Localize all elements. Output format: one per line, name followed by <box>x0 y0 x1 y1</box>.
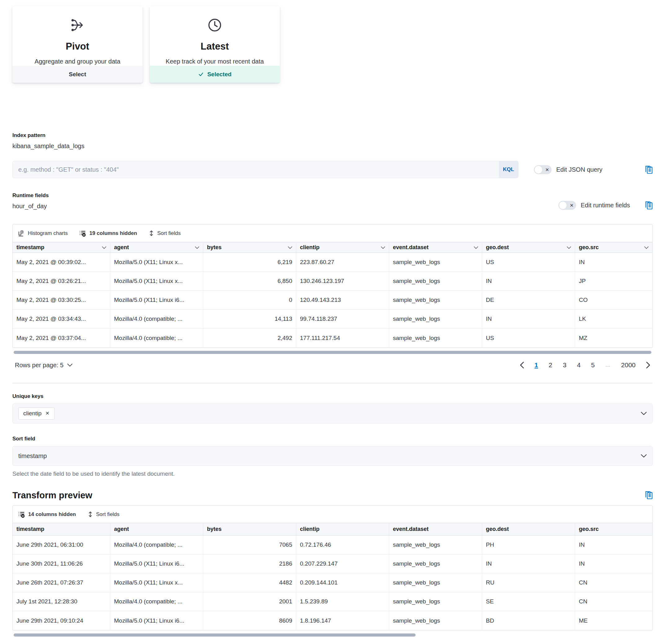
table-cell[interactable]: IN <box>575 554 652 573</box>
table-cell[interactable]: May 2, 2021 @ 03:26:21... <box>13 272 110 290</box>
column-header-clientip[interactable]: clientip <box>296 523 389 535</box>
column-header-geo.dest[interactable]: geo.dest <box>482 523 575 535</box>
table-cell[interactable]: CN <box>575 592 652 611</box>
table-cell[interactable]: 6,219 <box>203 253 296 271</box>
table-cell[interactable]: 120.49.143.213 <box>296 291 389 309</box>
table-cell[interactable]: IN <box>482 309 575 328</box>
histogram-charts-button[interactable]: Histogram charts <box>18 230 68 236</box>
table-cell[interactable]: IN <box>575 535 652 554</box>
table-cell[interactable]: May 2, 2021 @ 00:39:02... <box>13 253 110 271</box>
columns-hidden-button[interactable]: 19 columns hidden <box>79 230 137 237</box>
copy-runtime-fields-button[interactable] <box>645 201 652 210</box>
sort-fields-button[interactable]: Sort fields <box>88 511 120 517</box>
table-cell[interactable]: US <box>482 328 575 347</box>
table-cell[interactable]: Mozilla/4.0 (compatible; ... <box>110 309 203 328</box>
table-cell[interactable]: 223.87.60.27 <box>296 253 389 271</box>
table-cell[interactable]: May 2, 2021 @ 03:37:04... <box>13 328 110 347</box>
table-cell[interactable]: 99.74.118.237 <box>296 309 389 328</box>
table-cell[interactable]: sample_web_logs <box>389 328 482 347</box>
table-cell[interactable]: May 2, 2021 @ 03:34:43... <box>13 309 110 328</box>
edit-json-query-switch[interactable]: ✕ <box>534 165 552 174</box>
table-cell[interactable]: Mozilla/5.0 (X11; Linux x... <box>110 253 203 271</box>
column-header-agent[interactable]: agent <box>110 242 203 252</box>
table-cell[interactable]: sample_web_logs <box>389 535 482 554</box>
table-cell[interactable]: 8609 <box>203 611 296 630</box>
columns-hidden-button[interactable]: 14 columns hidden <box>18 511 76 518</box>
table-cell[interactable]: 14,113 <box>203 309 296 328</box>
horizontal-scrollbar[interactable] <box>14 351 651 354</box>
column-header-agent[interactable]: agent <box>110 523 203 535</box>
column-header-timestamp[interactable]: timestamp <box>13 242 110 252</box>
next-page-icon[interactable] <box>646 362 650 368</box>
table-cell[interactable]: 1.8.196.147 <box>296 611 389 630</box>
table-cell[interactable]: PH <box>482 535 575 554</box>
pivot-card[interactable]: Pivot Aggregate and group your data Sele… <box>13 6 142 83</box>
table-cell[interactable]: 7065 <box>203 535 296 554</box>
table-cell[interactable]: Mozilla/5.0 (X11; Linux i6... <box>110 291 203 309</box>
table-cell[interactable]: 2186 <box>203 554 296 573</box>
latest-card[interactable]: Latest Keep track of your most recent da… <box>150 6 280 83</box>
table-cell[interactable]: Mozilla/5.0 (X11; Linux i6... <box>110 611 203 630</box>
sort-fields-button[interactable]: Sort fields <box>149 230 180 236</box>
table-cell[interactable]: IN <box>482 272 575 290</box>
table-cell[interactable]: sample_web_logs <box>389 554 482 573</box>
page-button-3[interactable]: 3 <box>563 361 567 369</box>
scrollbar-thumb[interactable] <box>14 351 651 354</box>
column-header-geo.src[interactable]: geo.src <box>575 242 652 252</box>
table-cell[interactable]: sample_web_logs <box>389 253 482 271</box>
table-cell[interactable]: sample_web_logs <box>389 309 482 328</box>
column-header-geo.src[interactable]: geo.src <box>575 523 652 535</box>
table-cell[interactable]: Mozilla/5.0 (X11; Linux x... <box>110 272 203 290</box>
table-cell[interactable]: 0.72.176.46 <box>296 535 389 554</box>
scrollbar-thumb[interactable] <box>14 633 416 637</box>
table-cell[interactable]: IN <box>482 554 575 573</box>
table-cell[interactable]: JP <box>575 272 652 290</box>
table-cell[interactable]: CO <box>575 291 652 309</box>
table-cell[interactable]: ME <box>575 611 652 630</box>
table-cell[interactable]: 4482 <box>203 573 296 592</box>
table-cell[interactable]: Mozilla/5.0 (X11; Linux i6... <box>110 554 203 573</box>
table-cell[interactable]: sample_web_logs <box>389 291 482 309</box>
column-header-event.dataset[interactable]: event.dataset <box>389 523 482 535</box>
table-cell[interactable]: 0.209.144.101 <box>296 573 389 592</box>
table-cell[interactable]: Mozilla/4.0 (compatible; ... <box>110 535 203 554</box>
column-header-geo.dest[interactable]: geo.dest <box>482 242 575 252</box>
page-button-4[interactable]: 4 <box>577 361 581 369</box>
table-cell[interactable]: 2,492 <box>203 328 296 347</box>
column-header-bytes[interactable]: bytes <box>203 242 296 252</box>
table-cell[interactable]: 0.207.229.147 <box>296 554 389 573</box>
page-button-2[interactable]: 2 <box>549 361 552 369</box>
table-cell[interactable]: June 26th 2021, 07:26:37 <box>13 573 110 592</box>
table-cell[interactable]: US <box>482 253 575 271</box>
table-cell[interactable]: 2001 <box>203 592 296 611</box>
table-cell[interactable]: CN <box>575 573 652 592</box>
copy-preview-button[interactable] <box>645 490 652 499</box>
search-query-input[interactable] <box>13 161 499 178</box>
table-cell[interactable]: Mozilla/5.0 (X11; Linux x... <box>110 573 203 592</box>
table-cell[interactable]: Mozilla/4.0 (compatible; ... <box>110 328 203 347</box>
table-cell[interactable]: 0 <box>203 291 296 309</box>
column-header-timestamp[interactable]: timestamp <box>13 523 110 535</box>
column-header-clientip[interactable]: clientip <box>296 242 389 252</box>
table-cell[interactable]: sample_web_logs <box>389 573 482 592</box>
table-cell[interactable]: June 30th 2021, 11:06:26 <box>13 554 110 573</box>
horizontal-scrollbar[interactable] <box>14 633 651 637</box>
table-cell[interactable]: 177.111.217.54 <box>296 328 389 347</box>
table-cell[interactable]: 1.5.239.89 <box>296 592 389 611</box>
previous-page-icon[interactable] <box>520 362 524 368</box>
table-cell[interactable]: sample_web_logs <box>389 611 482 630</box>
latest-selected-button[interactable]: Selected <box>150 66 280 83</box>
table-cell[interactable]: RU <box>482 573 575 592</box>
table-cell[interactable]: IN <box>575 253 652 271</box>
kql-language-button[interactable]: KQL <box>499 161 518 178</box>
unique-keys-combobox[interactable]: clientip ✕ <box>13 403 652 423</box>
page-button-1[interactable]: 1 <box>534 361 538 369</box>
table-cell[interactable]: 6,850 <box>203 272 296 290</box>
table-cell[interactable]: 130.246.123.197 <box>296 272 389 290</box>
column-header-event.dataset[interactable]: event.dataset <box>389 242 482 252</box>
table-cell[interactable]: sample_web_logs <box>389 272 482 290</box>
table-cell[interactable]: DE <box>482 291 575 309</box>
sort-field-select[interactable]: timestamp <box>13 446 652 466</box>
edit-runtime-fields-switch[interactable]: ✕ <box>558 201 576 210</box>
column-header-bytes[interactable]: bytes <box>203 523 296 535</box>
